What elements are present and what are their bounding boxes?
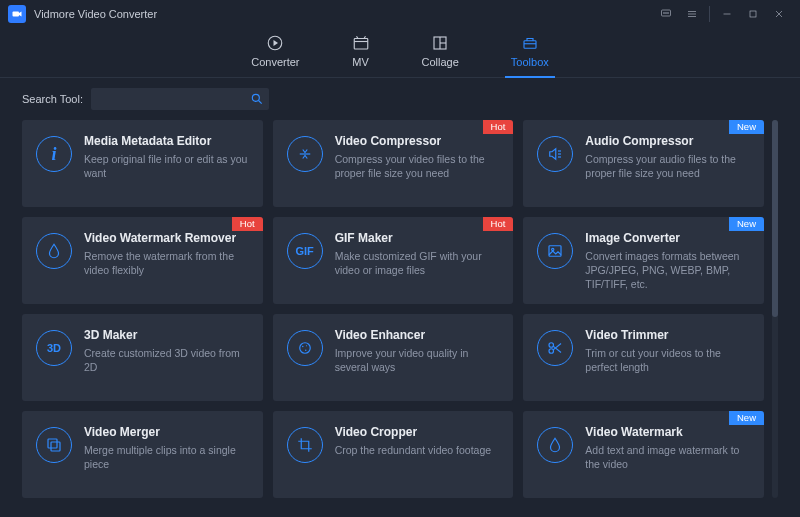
main-tabs: Converter MV Collage Toolbox	[0, 28, 800, 78]
tool-card[interactable]: Video MergerMerge multiple clips into a …	[22, 411, 263, 498]
svg-line-24	[259, 101, 262, 104]
svg-rect-14	[354, 38, 368, 49]
svg-point-3	[666, 13, 667, 14]
close-icon	[773, 8, 785, 20]
converter-icon	[266, 34, 284, 52]
minimize-button[interactable]	[714, 4, 740, 24]
tool-description: Make customized GIF with your video or i…	[335, 249, 502, 277]
badge-new: New	[729, 217, 764, 231]
tool-title: Video Merger	[84, 425, 251, 439]
search-input[interactable]	[91, 88, 269, 110]
camera-icon	[11, 8, 23, 20]
tool-card[interactable]: NewVideo WatermarkAdd text and image wat…	[523, 411, 764, 498]
search-icon[interactable]	[250, 92, 264, 106]
gif-icon: GIF	[287, 233, 323, 269]
svg-point-33	[306, 345, 307, 346]
tab-label: Converter	[251, 56, 299, 68]
minimize-icon	[721, 8, 733, 20]
tool-card[interactable]: HotGIFGIF MakerMake customized GIF with …	[273, 217, 514, 304]
tool-card[interactable]: NewAudio CompressorCompress your audio f…	[523, 120, 764, 207]
titlebar: Vidmore Video Converter	[0, 0, 800, 28]
enhance-icon	[287, 330, 323, 366]
tool-card[interactable]: HotVideo Watermark RemoverRemove the wat…	[22, 217, 263, 304]
badge-hot: Hot	[483, 217, 514, 231]
tool-title: Video Cropper	[335, 425, 502, 439]
svg-rect-9	[750, 11, 756, 17]
close-button[interactable]	[766, 4, 792, 24]
svg-marker-13	[274, 40, 279, 46]
svg-point-32	[302, 346, 304, 348]
tool-card[interactable]: Video EnhancerImprove your video quality…	[273, 314, 514, 401]
badge-new: New	[729, 411, 764, 425]
scrollbar-thumb[interactable]	[772, 120, 778, 317]
tool-card[interactable]: 3D3D MakerCreate customized 3D video fro…	[22, 314, 263, 401]
menu-button[interactable]	[679, 4, 705, 24]
tool-description: Trim or cut your videos to the perfect l…	[585, 346, 752, 374]
tool-card[interactable]: Video CropperCrop the redundant video fo…	[273, 411, 514, 498]
toolbox-panel: Search Tool: iMedia Metadata EditorKeep …	[0, 78, 800, 506]
scrollbar[interactable]	[772, 120, 778, 498]
tool-description: Improve your video quality in several wa…	[335, 346, 502, 374]
tool-description: Add text and image watermark to the vide…	[585, 443, 752, 471]
svg-point-4	[668, 13, 669, 14]
merge-icon	[36, 427, 72, 463]
menu-icon	[686, 8, 698, 20]
badge-new: New	[729, 120, 764, 134]
toolbox-icon	[521, 34, 539, 52]
tool-description: Crop the redundant video footage	[335, 443, 502, 457]
tab-converter[interactable]: Converter	[251, 34, 299, 72]
svg-rect-39	[48, 439, 57, 448]
image-icon	[537, 233, 573, 269]
tab-mv[interactable]: MV	[352, 34, 370, 72]
tab-label: MV	[352, 56, 369, 68]
tab-label: Toolbox	[511, 56, 549, 68]
tool-card[interactable]: HotVideo CompressorCompress your video f…	[273, 120, 514, 207]
svg-rect-29	[549, 246, 561, 257]
tool-card[interactable]: iMedia Metadata EditorKeep original file…	[22, 120, 263, 207]
feedback-button[interactable]	[653, 4, 679, 24]
svg-point-31	[299, 343, 310, 354]
tool-title: GIF Maker	[335, 231, 502, 245]
app-logo	[8, 5, 26, 23]
tool-description: Remove the watermark from the video flex…	[84, 249, 251, 277]
tool-description: Keep original file info or edit as you w…	[84, 152, 251, 180]
maximize-button[interactable]	[740, 4, 766, 24]
tool-description: Compress your video files to the proper …	[335, 152, 502, 180]
svg-point-2	[664, 13, 665, 14]
tool-title: Video Trimmer	[585, 328, 752, 342]
tab-toolbox[interactable]: Toolbox	[511, 34, 549, 72]
drop-icon	[36, 233, 72, 269]
collage-icon	[431, 34, 449, 52]
crop-icon	[287, 427, 323, 463]
badge-hot: Hot	[232, 217, 263, 231]
search-label: Search Tool:	[22, 93, 83, 105]
search-row: Search Tool:	[22, 88, 778, 110]
tool-title: Video Watermark Remover	[84, 231, 251, 245]
tool-card[interactable]: NewImage ConverterConvert images formats…	[523, 217, 764, 304]
maximize-icon	[747, 8, 759, 20]
tool-title: Video Enhancer	[335, 328, 502, 342]
tool-title: 3D Maker	[84, 328, 251, 342]
info-icon: i	[36, 136, 72, 172]
divider	[709, 6, 710, 22]
tool-grid: iMedia Metadata EditorKeep original file…	[22, 120, 764, 498]
tool-title: Video Watermark	[585, 425, 752, 439]
tool-title: Image Converter	[585, 231, 752, 245]
mv-icon	[352, 34, 370, 52]
tab-label: Collage	[422, 56, 459, 68]
svg-rect-40	[51, 442, 60, 451]
trim-icon	[537, 330, 573, 366]
tool-description: Convert images formats between JPG/JPEG,…	[585, 249, 752, 292]
tool-description: Merge multiple clips into a single piece	[84, 443, 251, 471]
svg-point-34	[305, 350, 307, 352]
compress-icon	[287, 136, 323, 172]
badge-hot: Hot	[483, 120, 514, 134]
tab-collage[interactable]: Collage	[422, 34, 459, 72]
audio-icon	[537, 136, 573, 172]
svg-rect-21	[524, 40, 536, 48]
drop-icon	[537, 427, 573, 463]
3d-icon: 3D	[36, 330, 72, 366]
tool-card[interactable]: Video TrimmerTrim or cut your videos to …	[523, 314, 764, 401]
svg-rect-0	[13, 12, 20, 17]
tool-title: Audio Compressor	[585, 134, 752, 148]
